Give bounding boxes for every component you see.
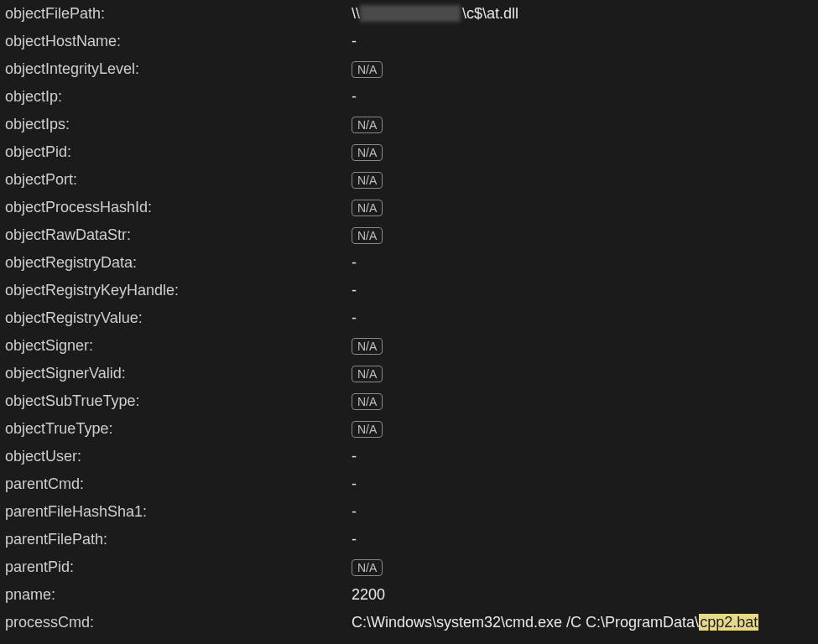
detail-row: parentFileHashSha1:-	[5, 498, 813, 526]
detail-key: objectHostName:	[5, 33, 352, 50]
na-badge: N/A	[352, 338, 383, 355]
detail-row: objectIp:-	[5, 83, 813, 111]
detail-row: objectRawDataStr:N/A	[5, 221, 813, 249]
detail-value: C:\Windows\system32\cmd.exe /C C:\Progra…	[352, 614, 813, 631]
detail-key: objectTrueType:	[5, 420, 352, 438]
empty-dash: -	[352, 448, 357, 465]
detail-row: objectUser:-	[5, 443, 813, 470]
detail-value: N/A	[352, 60, 813, 78]
detail-value: -	[352, 254, 813, 272]
na-badge: N/A	[352, 393, 383, 410]
detail-key: objectIp:	[5, 88, 352, 106]
redacted-host	[360, 5, 461, 22]
detail-value: 2200	[352, 586, 813, 604]
detail-value: N/A	[352, 199, 813, 216]
na-badge: N/A	[352, 200, 383, 216]
detail-row: objectPid:N/A	[5, 138, 813, 166]
detail-value: -	[352, 475, 813, 493]
detail-key: objectSigner:	[5, 337, 352, 355]
detail-row: objectSigner:N/A	[5, 332, 813, 360]
path-prefix: \\	[352, 5, 360, 22]
detail-row: objectRegistryValue:-	[5, 304, 813, 332]
detail-key: objectRegistryValue:	[5, 309, 352, 327]
empty-dash: -	[352, 282, 357, 299]
na-badge: N/A	[352, 559, 383, 576]
empty-dash: -	[352, 88, 357, 105]
detail-value: -	[352, 88, 813, 106]
detail-key: objectRegistryKeyHandle:	[5, 282, 352, 299]
detail-row: pname:2200	[5, 581, 813, 609]
detail-key: pname:	[5, 586, 352, 604]
detail-row: objectProcessHashId:N/A	[5, 194, 813, 221]
detail-row: objectSignerValid:N/A	[5, 360, 813, 387]
detail-value: N/A	[352, 337, 813, 355]
detail-row: objectRegistryKeyHandle:-	[5, 277, 813, 304]
na-badge: N/A	[352, 61, 383, 78]
empty-dash: -	[352, 309, 357, 326]
detail-row: objectHostName:-	[5, 28, 813, 55]
na-badge: N/A	[352, 366, 383, 382]
detail-key: parentCmd:	[5, 475, 352, 493]
empty-dash: -	[352, 254, 357, 271]
detail-key: objectIntegrityLevel:	[5, 60, 352, 78]
detail-key: objectSignerValid:	[5, 365, 352, 382]
detail-key: objectIps:	[5, 116, 352, 133]
detail-row: objectFilePath:\\\c$\at.dll	[5, 0, 813, 28]
detail-value: N/A	[352, 365, 813, 382]
detail-key: objectRegistryData:	[5, 254, 352, 272]
highlighted-match: cpp2.bat	[699, 614, 758, 631]
na-badge: N/A	[352, 421, 383, 438]
detail-key: objectPid:	[5, 143, 352, 161]
detail-value: \\\c$\at.dll	[352, 5, 813, 23]
detail-row: parentFilePath:-	[5, 526, 813, 553]
detail-key: parentFileHashSha1:	[5, 503, 352, 521]
detail-key: objectPort:	[5, 171, 352, 189]
detail-value: -	[352, 282, 813, 299]
na-badge: N/A	[352, 117, 383, 133]
na-badge: N/A	[352, 227, 383, 244]
detail-row: objectTrueType:N/A	[5, 415, 813, 443]
empty-dash: -	[352, 33, 357, 49]
detail-value: -	[352, 448, 813, 465]
detail-row: objectSubTrueType:N/A	[5, 387, 813, 415]
detail-row: objectPort:N/A	[5, 166, 813, 194]
empty-dash: -	[352, 475, 357, 492]
detail-value: N/A	[352, 420, 813, 438]
detail-value: N/A	[352, 143, 813, 161]
detail-value: -	[352, 33, 813, 50]
detail-value: N/A	[352, 558, 813, 576]
detail-value: N/A	[352, 171, 813, 189]
detail-row: parentPid:N/A	[5, 553, 813, 581]
detail-row: processCmd:C:\Windows\system32\cmd.exe /…	[5, 609, 813, 636]
detail-key: parentFilePath:	[5, 531, 352, 548]
detail-row: objectIntegrityLevel:N/A	[5, 55, 813, 83]
detail-key: objectSubTrueType:	[5, 392, 352, 410]
detail-value: -	[352, 309, 813, 327]
detail-row: objectIps:N/A	[5, 111, 813, 138]
cmd-text: C:\Windows\system32\cmd.exe /C C:\Progra…	[352, 614, 699, 631]
detail-value: -	[352, 531, 813, 548]
empty-dash: -	[352, 503, 357, 520]
detail-key: objectFilePath:	[5, 5, 352, 23]
event-details-table: objectFilePath:\\\c$\at.dllobjectHostNam…	[0, 0, 818, 636]
empty-dash: -	[352, 531, 357, 548]
detail-key: objectRawDataStr:	[5, 226, 352, 244]
na-badge: N/A	[352, 144, 383, 161]
detail-row: parentCmd:-	[5, 470, 813, 498]
detail-value: N/A	[352, 226, 813, 244]
detail-key: objectProcessHashId:	[5, 199, 352, 216]
detail-key: processCmd:	[5, 614, 352, 631]
detail-value: N/A	[352, 392, 813, 410]
na-badge: N/A	[352, 172, 383, 189]
detail-key: parentPid:	[5, 558, 352, 576]
detail-value: N/A	[352, 116, 813, 133]
path-suffix: \c$\at.dll	[462, 5, 518, 22]
detail-value: -	[352, 503, 813, 521]
detail-key: objectUser:	[5, 448, 352, 465]
detail-row: objectRegistryData:-	[5, 249, 813, 277]
